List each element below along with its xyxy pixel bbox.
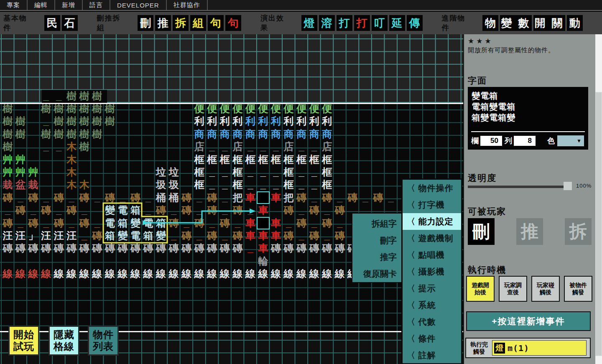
grid-cell[interactable]: _ [257,140,270,153]
grid-cell[interactable]: _ [270,178,283,191]
grid-cell[interactable]: 把 [282,191,295,204]
grid-cell[interactable]: 磚 [308,242,321,255]
grid-cell[interactable]: 商 [308,128,321,140]
grid-cell[interactable]: 框 [193,178,206,191]
grid-cell[interactable]: 車 [244,217,257,229]
grid-cell[interactable]: 箱 [116,217,129,229]
grid-cell[interactable]: 樹 [52,102,65,115]
grid-cell[interactable]: 線 [155,267,168,280]
toolbar-button-民[interactable]: 民 [44,15,60,31]
grid-cell[interactable]: 線 [52,267,65,280]
grid-cell[interactable]: 電 [142,217,155,229]
grid-cell[interactable]: 箱 [142,229,155,242]
grid-cell[interactable]: 磚 [295,242,308,255]
grid-cell[interactable]: 磚 [52,191,65,204]
grid-cell[interactable]: 利 [244,115,257,127]
grid-cell[interactable]: 樹 [65,90,78,102]
grid-cell[interactable]: _ [52,204,65,216]
grid-cell[interactable]: 磚 [180,191,193,204]
grid-cell[interactable]: _ [295,140,308,153]
grid-cell[interactable]: 木 [78,178,91,191]
grid-cell[interactable]: 利 [282,115,295,127]
menu-item-註解[interactable]: 〈 註解 [403,347,461,364]
grid-cell[interactable]: 線 [167,267,180,280]
ability-toggle-推[interactable]: 推 [516,218,543,245]
grid-cell[interactable]: _ [91,191,104,204]
grid-cell[interactable]: 框 [321,166,334,178]
grid-cell[interactable]: 框 [321,153,334,166]
grid-cell[interactable]: 商 [193,128,206,140]
grid-cell[interactable]: 商 [295,128,308,140]
grid-cell[interactable]: 木 [65,140,78,153]
grid-cell[interactable]: 箱 [155,217,168,229]
grid-cell[interactable]: 磚 [155,242,168,255]
toolbar-button-燈[interactable]: 燈 [301,15,317,31]
grid-cell[interactable]: 磚 [333,229,346,242]
menu-item-打字機[interactable]: 〈 打字機 [403,196,461,213]
grid-cell[interactable]: 利 [257,115,270,127]
grid-cell[interactable]: _ [116,191,129,204]
grid-cell[interactable]: 汪 [65,229,78,242]
toolbar-button-開 關[interactable]: 開 關 [533,15,565,31]
lamp-event-cell-frame[interactable] [257,217,270,229]
timing-button-3[interactable]: 玩家碰 觸後 [531,276,560,302]
level-canvas[interactable]: __樹樹樹樹樹樹樹樹樹樹便便便便便便便便便便便樹樹_樹樹樹樹樹利利利利利利利利利… [0,34,463,364]
grid-cell[interactable]: 磚 [333,204,346,216]
grid-cell[interactable]: _ [65,191,78,204]
toolbar-button-組[interactable]: 組 [190,15,206,31]
grid-cell[interactable]: 木 [65,178,78,191]
grid-cell[interactable]: 框 [282,178,295,191]
grid-cell[interactable]: 變 [155,229,168,242]
grid-cell[interactable]: 便 [193,102,206,115]
grid-cell[interactable]: 艸 [1,166,14,178]
grid-cell[interactable]: _ [308,191,321,204]
grid-cell[interactable]: _ [206,217,219,229]
grid-cell[interactable]: 磚 [40,204,53,216]
grid-cell[interactable]: 線 [333,267,346,280]
grid-cell[interactable]: 電 [103,217,116,229]
grid-cell[interactable]: 線 [257,267,270,280]
grid-cell[interactable]: 車 [257,204,270,216]
grid-cell[interactable]: 車 [270,217,283,229]
grid-cell[interactable]: 磚 [129,191,142,204]
after-exec-event-field[interactable]: 燈 m(1) [492,340,587,356]
grid-cell[interactable]: _ [180,217,193,229]
grid-cell[interactable]: 框 [282,166,295,178]
grid-cell[interactable]: 磚 [167,242,180,255]
grid-cell[interactable]: 框 [231,153,244,166]
grid-cell[interactable]: 」 [27,229,40,242]
grid-cell[interactable]: 線 [40,267,53,280]
grid-cell[interactable]: 線 [282,267,295,280]
grid-cell[interactable]: 汪 [52,229,65,242]
grid-cell[interactable]: 線 [295,267,308,280]
timing-button-2[interactable]: 玩家調 查後 [499,276,527,302]
grid-cell[interactable]: 磚 [206,229,219,242]
grid-cell[interactable]: 便 [257,102,270,115]
grid-cell[interactable]: 樹 [65,102,78,115]
grid-cell[interactable]: 變 [129,217,142,229]
grid-cell[interactable]: 箱 [129,204,142,216]
grid-cell[interactable]: 便 [218,102,231,115]
grid-cell[interactable]: 桶 [167,191,180,204]
ability-toggle-拆[interactable]: 拆 [565,218,592,245]
toolbar-button-變 數[interactable]: 變 數 [500,15,532,31]
grid-cell[interactable]: 線 [1,267,14,280]
grid-cell[interactable]: 磚 [1,191,14,204]
menubar-item-新增[interactable]: 新增 [55,0,83,10]
grid-cell[interactable]: 框 [193,166,206,178]
grid-cell[interactable]: 店 [321,140,334,153]
grid-cell[interactable]: 磚 [180,229,193,242]
grid-cell[interactable]: 樹 [78,102,91,115]
lamp-event-cell-frame[interactable] [257,191,270,204]
grid-cell[interactable]: 樹 [1,140,14,153]
grid-cell[interactable]: 線 [129,267,142,280]
grid-cell[interactable]: _ [40,90,53,102]
grid-cell[interactable]: 商 [282,128,295,140]
grid-cell[interactable]: _ [52,140,65,153]
menubar-item-社群協作[interactable]: 社群協作 [167,0,208,10]
grid-cell[interactable]: 栽 [1,178,14,191]
grid-cell[interactable]: 樹 [91,128,104,140]
grid-cell[interactable]: 商 [257,128,270,140]
add-event-button[interactable]: +按這裡新增事件 [466,311,591,331]
grid-cell[interactable]: _ [142,191,155,204]
